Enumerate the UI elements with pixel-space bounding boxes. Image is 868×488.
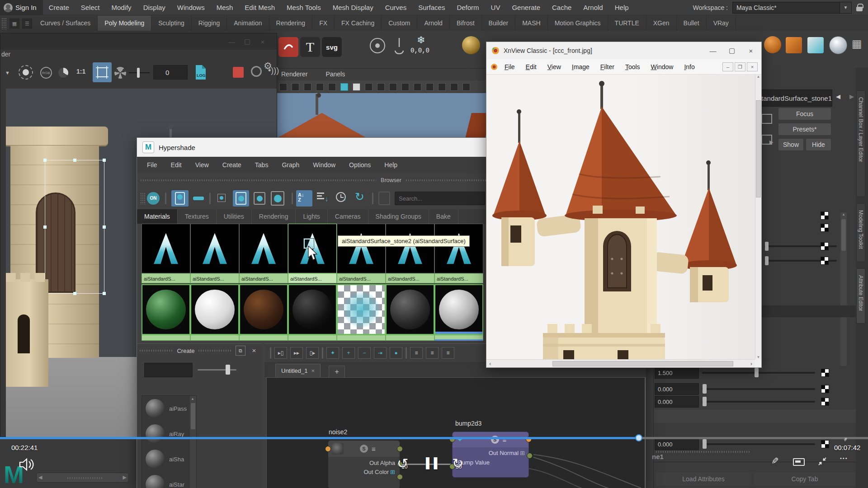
material-label[interactable]: aiStandardS... [434,273,483,283]
mdi-restore-icon[interactable]: ❐ [735,62,745,71]
shelf-arnold-sphere-icon[interactable] [764,36,781,53]
map-button-b[interactable] [821,224,829,232]
xn-menu-image[interactable]: Image [567,63,594,70]
shelf-menu-icon[interactable]: ▦ [9,19,19,28]
tab-materials[interactable]: Materials [137,209,178,224]
rv-aperture-icon[interactable] [114,67,126,79]
view-list-button[interactable] [193,197,204,200]
list-item[interactable]: aiSha [142,446,196,472]
tab-shading-groups[interactable]: Shading Groups [368,209,429,224]
thumb-medium-button[interactable] [233,190,249,206]
shelf-tab-arnold[interactable]: Arnold [417,16,449,31]
filter-on-toggle[interactable]: ON [147,192,160,205]
workspace-dropdown-arrow-icon[interactable]: ▼ [840,2,852,14]
shelf-target-icon[interactable] [370,38,385,53]
presets-button[interactable]: Presets* [778,123,831,136]
create-list-scrollbar[interactable] [190,396,196,488]
viewport-icon-ao[interactable] [450,83,458,91]
ne-layout-connected-icon[interactable]: ≡ [426,347,439,359]
shelf-redshift-icon[interactable] [278,37,298,57]
xn-scroll-left-icon[interactable]: ‹ [486,360,494,367]
shelf-tab-animation[interactable]: Animation [227,16,269,31]
viewport-icon-isolate[interactable] [389,83,397,91]
material-swatch-charcoal[interactable] [386,284,434,335]
viewport-icon-gate[interactable] [414,83,421,91]
xnview-title-bar[interactable]: XnView Classic - [ccc_front.jpg] — ▢ × [486,42,761,59]
shelf-tab-vray[interactable]: VRay [707,16,736,31]
hs-menu-tabs[interactable]: Tabs [255,161,269,169]
range-right-arrow-icon[interactable]: ▶ [123,474,127,480]
side-tab-attribute-editor[interactable]: Attribute Editor [856,268,865,324]
shelf-tab-turtle[interactable]: TURTLE [608,16,646,31]
viewport-icon-fog[interactable] [401,83,409,91]
map-button-a[interactable] [821,211,829,220]
material-swatch-black[interactable] [288,284,337,335]
xnview-horizontal-scrollbar[interactable]: ‹ › [486,359,755,367]
attr-slider-3-handle[interactable] [703,397,707,406]
viewport-icon-resolution[interactable] [426,83,434,91]
noise-header-port[interactable] [397,446,403,452]
pause-icon[interactable]: ▌▌ [426,457,442,469]
xn-scroll-up-icon[interactable]: ▲ [755,75,761,79]
shelf-tab-xgen[interactable]: XGen [646,16,677,31]
shelf-sphere-icon[interactable] [462,36,480,54]
viewport-icon-wireframe[interactable] [365,83,373,91]
noise-shader-badge[interactable]: S [360,445,368,453]
viewport-renderer-menu[interactable]: Renderer [281,70,307,78]
material-label[interactable]: aiStandardS... [190,273,239,283]
ne-pin-icon[interactable]: ● [390,347,402,359]
tab-bake[interactable]: Bake [429,209,458,224]
tab-cameras[interactable]: Cameras [328,209,368,224]
shelf-tab-curves-surfaces[interactable]: Curves / Surfaces [33,16,98,31]
xn-menu-window[interactable]: Window [646,63,678,70]
ne-input-connections-icon[interactable]: ▸▯ [274,347,287,359]
material-label[interactable]: aiStandardS... [142,273,190,283]
sort-alphabetical-button[interactable]: A↓Z [296,190,312,206]
viewport-icon-dof[interactable] [438,83,446,91]
panel-scroll-up[interactable]: ▲ [840,212,847,216]
xnview-vertical-scrollbar[interactable]: ▲ ▼ [755,75,761,359]
hs-menu-graph[interactable]: Graph [282,161,299,169]
renderview-maximize-icon[interactable]: ▢ [240,38,255,46]
viewport-icon-camera[interactable] [304,83,311,91]
xn-menu-file[interactable]: File [500,63,519,70]
attr-value-3[interactable]: 0.000 [655,396,699,408]
tab-utilities[interactable]: Utilities [217,209,252,224]
sort-time-button[interactable]: ↓ [336,192,346,202]
ne-all-connections-icon[interactable]: ▸▸ [290,347,303,359]
viewport-icon-light[interactable] [328,83,336,91]
thumb-small-button[interactable] [217,194,226,202]
material-swatch-green[interactable] [142,284,190,335]
material-label[interactable]: aiStandardS... [337,273,386,283]
bump-bump-value[interactable]: Bump Value [453,456,528,466]
list-item[interactable]: aiRay [142,421,196,446]
toolbar-grip[interactable] [140,192,146,204]
attr-slider-1[interactable] [702,372,815,374]
rv-snapshot-icon[interactable] [19,65,33,80]
rv-settings-gear-icon[interactable]: ⚙ [264,61,272,71]
xnview-maximize-icon[interactable]: ▢ [724,47,740,55]
prev-node-arrow-icon[interactable]: ◀ [836,93,840,100]
sign-in-button[interactable]: Sign In [0,0,43,15]
viewport-icon-select[interactable] [279,83,287,91]
material-swatch-brown[interactable] [239,284,288,335]
shelf-tab-bullet[interactable]: Bullet [677,16,707,31]
viewport-icon-shaded[interactable] [340,83,348,91]
node-editor-new-tab[interactable]: + [329,366,345,377]
show-button[interactable]: Show [778,138,804,151]
shelf-teal-cube-icon[interactable] [807,37,824,53]
hs-menu-create[interactable]: Create [222,161,241,169]
video-progress-handle[interactable] [635,434,642,441]
shelf-tab-rendering[interactable]: Rendering [269,16,313,31]
bump-normal-port[interactable] [527,453,533,459]
menu-mesh[interactable]: Mesh [211,0,239,15]
noise-input-port[interactable] [325,446,331,452]
shelf-arnold-cube-icon[interactable] [786,37,802,53]
hs-menu-edit[interactable]: Edit [171,161,182,169]
rv-region-button[interactable] [93,62,112,82]
range-left-arrow-icon[interactable]: ◀ [38,474,42,480]
material-swatch[interactable] [239,224,288,273]
menu-uv[interactable]: UV [485,0,506,15]
material-label-hovered[interactable]: aiStandardS... [288,273,337,283]
copy-tab-button[interactable]: Copy Tab [754,472,856,486]
